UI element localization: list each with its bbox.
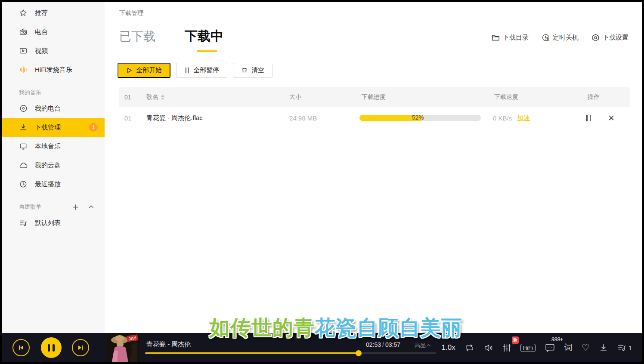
pause-icon <box>184 67 190 74</box>
sidebar-item-download-manager[interactable]: 下载管理 1 <box>2 118 105 137</box>
sidebar-item-radio[interactable]: 电台 <box>2 22 105 41</box>
time-total: 03:57 <box>385 341 400 348</box>
add-playlist-icon[interactable] <box>72 204 79 210</box>
col-index: 01 <box>124 87 131 107</box>
playback-rate-button[interactable]: 1.0x <box>442 343 455 352</box>
sidebar: 推荐 电台 视频 HiFi发烧音乐 我的音乐 我的电 <box>2 2 105 333</box>
comments-icon[interactable]: 999+ <box>545 342 555 353</box>
row-delete-button[interactable]: ✕ <box>608 113 615 123</box>
hifi-quality-button[interactable]: HiFi <box>520 344 536 352</box>
row-size: 24.98 MB <box>289 107 317 129</box>
podcast-icon <box>19 104 28 113</box>
desktop-lyrics[interactable]: 如传世的青花瓷自顾自美丽 <box>2 314 642 342</box>
row-pause-button[interactable] <box>586 115 591 121</box>
quality-selector[interactable]: 高品 <box>415 342 431 349</box>
col-size: 大小 <box>289 87 301 107</box>
progress-bar: 52% <box>359 115 481 121</box>
time-display: 02:53/03:57 <box>366 341 400 348</box>
seek-bar-fill <box>145 352 359 354</box>
row-song-name: 青花瓷 - 周杰伦.flac <box>146 107 203 129</box>
volume-icon[interactable] <box>483 343 493 353</box>
clock-icon <box>19 180 28 188</box>
playlist-icon <box>19 219 28 227</box>
previous-track-button[interactable] <box>12 339 30 356</box>
sidebar-item-label: 最近播放 <box>35 180 61 188</box>
col-progress: 下载进度 <box>362 87 386 107</box>
download-directory-button[interactable]: 下载目录 <box>492 34 529 42</box>
row-index: 01 <box>124 107 132 129</box>
download-icon <box>19 123 28 132</box>
cloud-icon <box>19 161 28 170</box>
row-speed: 0 KB/s <box>493 114 512 122</box>
sidebar-item-recommend[interactable]: 推荐 <box>2 3 105 22</box>
sidebar-item-label: 本地音乐 <box>35 142 61 151</box>
lyric-unsung-text: 花瓷自顾自美丽 <box>315 316 462 339</box>
sort-icon[interactable] <box>161 95 164 100</box>
sidebar-item-label: 我的电台 <box>35 105 61 113</box>
seek-bar-thumb[interactable] <box>356 350 362 356</box>
settings-gear-icon <box>591 34 600 42</box>
sidebar-item-hifi[interactable]: HiFi发烧音乐 <box>2 60 105 79</box>
star-icon <box>19 9 28 17</box>
sidebar-item-cloud-disk[interactable]: 我的云盘 <box>2 156 105 175</box>
header-tools: 下载目录 定时关机 下载设置 <box>492 34 629 42</box>
download-table: 01 歌名 大小 下载进度 下载速度 操作 01 青花瓷 - 周杰伦.flac … <box>119 87 630 129</box>
radio-icon <box>19 28 28 36</box>
download-song-icon[interactable] <box>599 343 608 352</box>
equalizer-icon[interactable]: 新 <box>502 343 511 352</box>
sidebar-item-label: 我的云盘 <box>35 161 61 170</box>
next-track-button[interactable] <box>72 339 89 356</box>
sidebar-section-playlists: 自建歌单 <box>2 201 105 213</box>
table-header: 01 歌名 大小 下载进度 下载速度 操作 <box>119 87 630 107</box>
row-progress-cell: 52% <box>359 107 481 129</box>
chevron-up-icon <box>427 344 431 348</box>
loop-mode-icon[interactable] <box>464 343 474 353</box>
timed-shutdown-button[interactable]: 定时关机 <box>542 34 579 42</box>
pause-all-button[interactable]: 全部暂停 <box>176 63 227 78</box>
sidebar-item-local-music[interactable]: 本地音乐 <box>2 137 105 156</box>
play-icon <box>126 67 133 74</box>
row-speed-cell: 0 KB/s 加速 <box>493 107 530 129</box>
timer-icon <box>542 34 550 42</box>
col-speed: 下载速度 <box>494 87 518 107</box>
download-count-badge: 1 <box>89 123 98 132</box>
lyric-sung-text: 如传世的青 <box>209 316 315 339</box>
pause-icon <box>48 344 55 352</box>
app-window: 推荐 电台 视频 HiFi发烧音乐 我的音乐 我的电 <box>0 0 644 364</box>
folder-icon <box>492 34 500 42</box>
seek-bar[interactable] <box>145 352 436 354</box>
tab-downloaded[interactable]: 已下载 <box>119 28 155 45</box>
sidebar-item-label: 视频 <box>35 47 48 55</box>
queue-count: 1 <box>629 344 632 352</box>
row-actions: ✕ <box>586 107 591 129</box>
hifi-wave-icon <box>19 65 28 74</box>
download-settings-button[interactable]: 下载设置 <box>591 34 629 42</box>
video-icon <box>19 46 28 55</box>
start-all-button[interactable]: 全部开始 <box>118 63 170 78</box>
sidebar-item-recent-played[interactable]: 最近播放 <box>2 175 105 194</box>
sidebar-item-default-playlist[interactable]: 默认列表 <box>2 213 105 232</box>
play-queue-button[interactable]: 1 <box>617 343 632 352</box>
boost-link[interactable]: 加速 <box>517 114 530 122</box>
breadcrumb: 下载管理 <box>119 9 143 17</box>
sidebar-item-label: HiFi发烧音乐 <box>35 66 72 74</box>
col-actions: 操作 <box>588 87 600 107</box>
clear-all-button[interactable]: 清空 <box>233 63 272 78</box>
col-name[interactable]: 歌名 <box>146 87 164 107</box>
progress-label: 52% <box>412 114 424 121</box>
sidebar-item-label: 下载管理 <box>35 123 61 132</box>
lyrics-toggle-button[interactable]: 词 <box>564 342 573 353</box>
time-current: 02:53 <box>366 341 381 348</box>
favorite-heart-icon[interactable]: ♡ <box>582 342 590 353</box>
collapse-playlists-icon[interactable] <box>88 204 94 210</box>
main-content: 下载管理 已下载 下载中 下载目录 定时关机 下载设置 <box>105 2 642 333</box>
tab-downloading[interactable]: 下载中 <box>185 28 223 45</box>
sidebar-item-video[interactable]: 视频 <box>2 41 105 60</box>
table-row[interactable]: 01 青花瓷 - 周杰伦.flac 24.98 MB 52% 0 KB/s 加速… <box>119 107 630 129</box>
trash-icon <box>241 67 248 74</box>
sidebar-item-my-radio[interactable]: 我的电台 <box>2 99 105 118</box>
sidebar-item-label: 推荐 <box>35 9 48 17</box>
active-tab-underline <box>197 50 217 52</box>
sidebar-item-label: 默认列表 <box>35 219 61 227</box>
monitor-icon <box>19 142 28 151</box>
